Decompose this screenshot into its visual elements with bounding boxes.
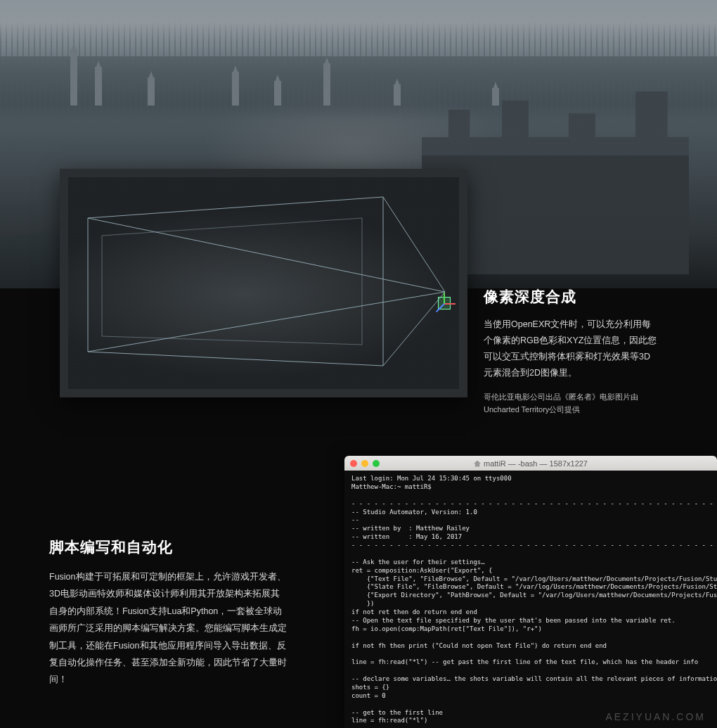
section-title: 脚本编写和自动化 — [49, 537, 288, 557]
minimize-icon[interactable] — [361, 460, 368, 467]
terminal-title-text: mattiR — -bash — 1587x1227 — [484, 459, 588, 468]
close-icon[interactable] — [350, 460, 357, 467]
watermark: AEZIYUAN.COM — [605, 711, 706, 722]
section-body: 当使用OpenEXR文件时，可以充分利用每个像素的RGB色彩和XYZ位置信息，因… — [484, 317, 658, 382]
terminal-title: mattiR — -bash — 1587x1227 — [344, 459, 717, 468]
spire — [148, 77, 155, 106]
zoom-icon[interactable] — [373, 460, 380, 467]
section-title: 像素深度合成 — [484, 287, 658, 307]
depth-projection-viewer — [60, 169, 467, 397]
spire — [232, 72, 239, 106]
spire — [492, 88, 499, 106]
spire — [323, 63, 330, 106]
axis-gizmo-icon — [431, 290, 458, 317]
spire — [394, 84, 401, 106]
spire — [70, 49, 77, 106]
image-credit: 哥伦比亚电影公司出品《匿名者》电影图片由Uncharted Territory公… — [484, 390, 658, 416]
spire — [95, 67, 102, 106]
spire — [274, 81, 281, 106]
terminal-output: Last login: Mon Jul 24 15:30:45 on ttys0… — [344, 471, 717, 728]
window-controls[interactable] — [350, 460, 380, 467]
skyline-silhouette — [0, 0, 717, 120]
projection-frustum-wires — [60, 169, 467, 397]
terminal-window: mattiR — -bash — 1587x1227 Last login: M… — [344, 456, 717, 728]
terminal-titlebar: mattiR — -bash — 1587x1227 — [344, 456, 717, 471]
pixel-depth-caption: 像素深度合成 当使用OpenEXR文件时，可以充分利用每个像素的RGB色彩和XY… — [484, 287, 658, 425]
scripting-caption: 脚本编写和自动化 Fusion构建于可拓展和可定制的框架上，允许游戏开发者、3D… — [49, 537, 288, 689]
home-icon — [474, 461, 481, 467]
section-body: Fusion构建于可拓展和可定制的框架上，允许游戏开发者、3D电影动画特效师和媒… — [49, 568, 288, 689]
